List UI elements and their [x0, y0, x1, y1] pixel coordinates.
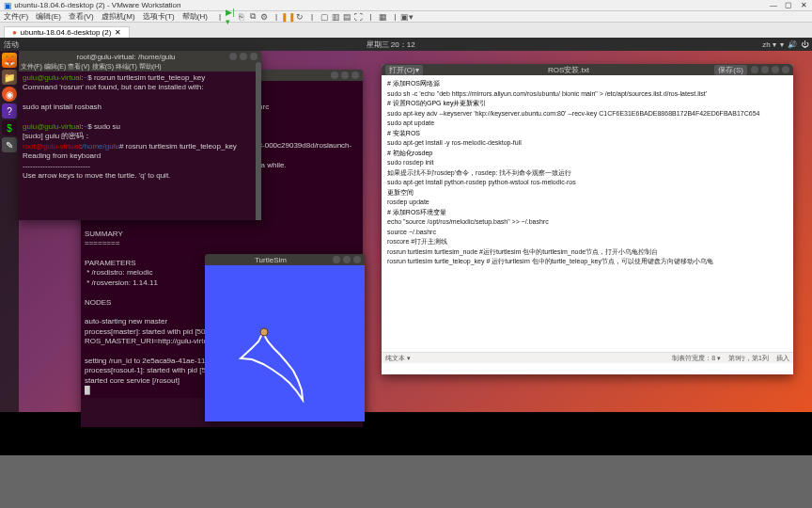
- editor-insert-mode[interactable]: 插入: [776, 354, 789, 363]
- host-titlebar: ▣ ubuntu-18.04.6-desktop (2) - VMware Wo…: [0, 0, 812, 11]
- editor-save-button[interactable]: 保存(S): [714, 65, 747, 75]
- dock-software-icon[interactable]: ◉: [2, 87, 17, 102]
- network-icon[interactable]: ▾: [780, 40, 784, 49]
- term1-minimize-button[interactable]: [229, 53, 237, 60]
- activities-button[interactable]: 活动: [4, 40, 19, 50]
- turtlesim-title: TurtleSim: [209, 256, 333, 264]
- terminal-window-teleop[interactable]: root@gulu-virtual: /home/gulu 文件(F) 编辑(E…: [19, 51, 261, 220]
- term1-menubar: 文件(F) 编辑(E) 查看(V) 搜索(S) 终端(T) 帮助(H): [19, 62, 261, 71]
- term1-menu-terminal[interactable]: 终端(T): [116, 62, 137, 71]
- power-menu-icon[interactable]: ▶|▾: [225, 11, 236, 23]
- vmware-icon: ▣: [4, 1, 12, 10]
- editor-language-selector[interactable]: 纯文本 ▾: [385, 354, 411, 363]
- tab-close-icon[interactable]: ✕: [115, 28, 121, 37]
- editor-statusbar: 纯文本 ▾ 制表符宽度：8 ▾ 第9行，第1列 插入: [382, 352, 793, 363]
- editor-tabwidth[interactable]: 制表符宽度：8 ▾: [672, 354, 721, 363]
- volume-icon[interactable]: 🔊: [788, 40, 797, 49]
- vm-tabs-row: ● ubuntu-18.04.6-desktop (2) ✕: [0, 23, 812, 38]
- term2-maximize-button[interactable]: [341, 71, 349, 79]
- editor-minimize-button[interactable]: [761, 66, 769, 73]
- turtle-path: [241, 332, 303, 400]
- turtlesim-maximize-button[interactable]: [343, 256, 351, 263]
- turtle-trail-svg: [205, 265, 365, 421]
- dock-firefox-icon[interactable]: 🦊: [2, 53, 17, 68]
- turtlesim-minimize-button[interactable]: [333, 256, 340, 263]
- host-menubar: 文件(F) 编辑(E) 查看(V) 虚拟机(M) 选项卡(T) 帮助(H) | …: [0, 11, 812, 23]
- turtlesim-close-button[interactable]: [353, 256, 361, 263]
- term1-menu-edit[interactable]: 编辑(E): [44, 62, 66, 71]
- host-window-title: ubuntu-18.04.6-desktop (2) - VMware Work…: [14, 1, 769, 9]
- capture-icon[interactable]: ▣▾: [401, 11, 413, 23]
- power-icon[interactable]: ⏻: [801, 40, 808, 49]
- ubuntu-tab-icon: ●: [12, 28, 17, 37]
- pause-icon[interactable]: ❚❚: [283, 11, 294, 23]
- library-icon[interactable]: ▦: [377, 11, 388, 23]
- settings-icon[interactable]: ⚙: [258, 11, 270, 23]
- host-minimize-button[interactable]: —: [769, 1, 778, 9]
- term1-menu-help[interactable]: 帮助(H): [139, 62, 162, 71]
- menu-edit[interactable]: 编辑(E): [32, 11, 65, 22]
- term1-scrollbar[interactable]: [256, 62, 261, 220]
- term1-menu-view[interactable]: 查看(V): [68, 62, 89, 71]
- term2-minimize-button[interactable]: [331, 71, 338, 79]
- gnome-panel: 活动 星期三 20：12 zh ▾ ▾ 🔊 ⏻: [0, 38, 812, 51]
- term2-close-button[interactable]: [351, 71, 359, 79]
- dock-terminal-icon[interactable]: $: [2, 120, 17, 135]
- host-close-button[interactable]: ✕: [799, 1, 808, 9]
- term1-title: root@gulu-virtual: /home/gulu: [23, 53, 229, 61]
- term1-menu-search[interactable]: 搜索(S): [92, 62, 114, 71]
- turtlesim-canvas: [205, 265, 365, 421]
- editor-close-button[interactable]: [782, 66, 789, 73]
- snapshot-manager-icon[interactable]: ⧉: [247, 11, 258, 23]
- term1-maximize-button[interactable]: [240, 53, 247, 60]
- snapshot-icon[interactable]: ⎘: [236, 11, 247, 23]
- ubuntu-dock: 🦊 📁 ◉ ? $ ✎ ⠿: [0, 51, 19, 438]
- text-editor-window[interactable]: 打开(O)▾ ROS安装.txt 保存(S) # 添加ROS网络源sudo sh…: [382, 64, 793, 374]
- term1-body[interactable]: gulu@gulu-virtual:~$ rosrun turtlesim tu…: [19, 71, 261, 183]
- panel-clock[interactable]: 星期三 20：12: [19, 40, 762, 50]
- term1-menu-file[interactable]: 文件(F): [21, 62, 42, 71]
- unity-icon[interactable]: ▢: [319, 11, 330, 23]
- editor-open-button[interactable]: 打开(O)▾: [385, 65, 423, 75]
- menu-file[interactable]: 文件(F): [0, 11, 32, 22]
- reset-icon[interactable]: ↻: [294, 11, 305, 23]
- editor-menu-button[interactable]: [751, 66, 758, 73]
- vm-tab[interactable]: ● ubuntu-18.04.6-desktop (2) ✕: [4, 26, 130, 38]
- menu-view[interactable]: 查看(V): [65, 11, 98, 22]
- editor-title: ROS安装.txt: [423, 65, 715, 75]
- menu-help[interactable]: 帮助(H): [179, 11, 211, 22]
- turtle-icon: [260, 328, 268, 336]
- vm-tab-label: ubuntu-18.04.6-desktop (2): [21, 28, 112, 37]
- dock-texteditor-icon[interactable]: ✎: [2, 137, 17, 152]
- editor-text-area[interactable]: # 添加ROS网络源sudo sh -c 'echo "deb https://…: [382, 75, 793, 352]
- multimonitor-icon-2[interactable]: ▤: [341, 11, 352, 23]
- dock-files-icon[interactable]: 📁: [2, 70, 17, 85]
- editor-cursor-pos: 第9行，第1列: [728, 354, 769, 363]
- menu-tabs[interactable]: 选项卡(T): [139, 11, 179, 22]
- editor-maximize-button[interactable]: [772, 66, 779, 73]
- fullscreen-icon[interactable]: ⛶: [352, 11, 364, 23]
- multimonitor-icon-1[interactable]: ▥: [330, 11, 341, 23]
- menu-vm[interactable]: 虚拟机(M): [98, 11, 139, 22]
- term1-close-button[interactable]: [250, 53, 258, 60]
- input-source-indicator[interactable]: zh ▾: [762, 40, 776, 49]
- turtlesim-window[interactable]: TurtleSim: [205, 254, 365, 421]
- dock-help-icon[interactable]: ?: [2, 103, 17, 119]
- host-maximize-button[interactable]: ▢: [784, 1, 793, 9]
- vm-display-area[interactable]: 活动 星期三 20：12 zh ▾ ▾ 🔊 ⏻ 🦊 📁 ◉ ? $ ✎ ⠿ ro…: [0, 38, 812, 438]
- ubuntu-desktop: 活动 星期三 20：12 zh ▾ ▾ 🔊 ⏻ 🦊 📁 ◉ ? $ ✎ ⠿ ro…: [0, 38, 812, 438]
